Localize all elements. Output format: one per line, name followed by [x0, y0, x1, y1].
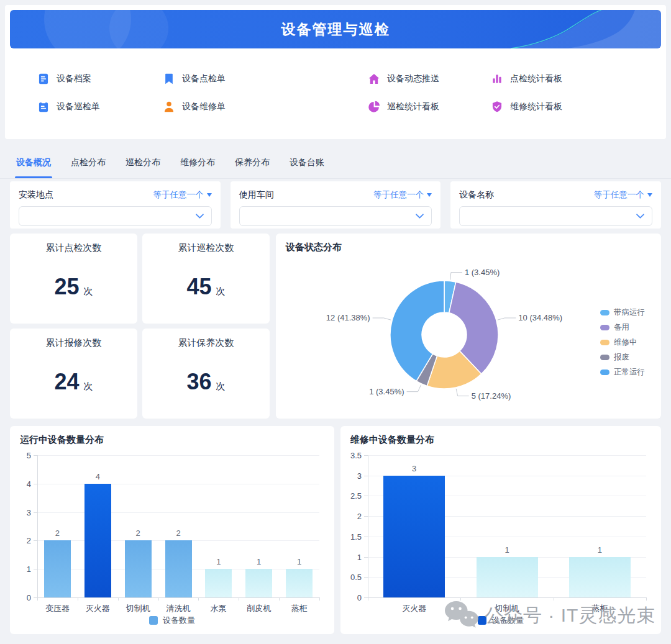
bar-蒸柜[interactable]	[286, 569, 313, 597]
x-axis-label: 灭火器	[86, 603, 110, 614]
bar-清洗机[interactable]	[165, 540, 192, 597]
operator-dropdown[interactable]: 等于任意一个	[594, 189, 652, 201]
bar-变压器[interactable]	[44, 540, 71, 597]
x-axis-tick	[279, 597, 280, 601]
menu-item-spot-check-form[interactable]: 设备点检单	[163, 70, 368, 88]
menu-item-equipment-archive[interactable]: 设备档案	[37, 70, 163, 88]
bar-切制机[interactable]	[125, 540, 152, 597]
bar-legend[interactable]: 设备数量	[10, 615, 334, 626]
menu-item-label: 设备巡检单	[57, 101, 100, 112]
header-section: 设备管理与巡检 设备档案设备点检单设备动态推送点检统计看板设备巡检单设备维修单巡…	[5, 5, 666, 139]
x-axis-label: 切制机	[495, 603, 519, 614]
shield-check-icon	[491, 101, 503, 113]
gridline	[37, 484, 319, 484]
x-axis-tick	[646, 597, 647, 601]
bar-value-label: 2	[55, 528, 60, 538]
header-banner: 设备管理与巡检	[10, 10, 661, 48]
bar-灭火器[interactable]	[84, 484, 111, 597]
legend-item-2[interactable]: 维修中	[600, 337, 645, 348]
pie-label-line	[407, 385, 421, 392]
legend-label: 正常运行	[614, 367, 645, 378]
banner-wave-decoration	[493, 10, 661, 48]
legend-marker	[600, 310, 609, 315]
stat-card-spot-check-total: 累计点检次数 25次	[10, 234, 137, 324]
bar-灭火器[interactable]	[383, 476, 445, 597]
filter-card-equipment-name: 设备名称 等于任意一个	[450, 181, 661, 229]
bar-蒸柜[interactable]	[569, 557, 631, 597]
x-axis-tick	[368, 597, 368, 601]
legend-label: 备用	[614, 322, 629, 333]
stat-number: 36	[186, 371, 211, 393]
gridline	[37, 455, 319, 456]
tab-repair-dist[interactable]: 维修分布	[179, 150, 216, 178]
x-axis-label: 水泵	[211, 603, 227, 614]
workshop-select[interactable]	[239, 206, 432, 226]
legend-item-0[interactable]: 带病运行	[600, 307, 645, 318]
device-status-chart-card: 设备状态分布 1 (3.45%)10 (34.48%)5 (17.24%)1 (…	[276, 234, 661, 419]
pie-slice-label: 5 (17.24%)	[472, 391, 511, 401]
bar-切制机[interactable]	[477, 557, 538, 597]
tab-maintenance-dist[interactable]: 保养分布	[234, 150, 271, 178]
y-axis-label: 0	[27, 593, 31, 602]
menu-item-inspection-form[interactable]: 设备巡检单	[37, 98, 163, 116]
legend-item-1[interactable]: 备用	[600, 322, 645, 333]
repairing-devices-bar-chart: 3.532.521.510.503灭火器1切制机1蒸柜设备数量	[340, 426, 661, 634]
filter-row: 安装地点 等于任意一个 使用车间 等于任意一个 设备名称 等于任意一个	[10, 181, 661, 229]
bar-legend[interactable]: 设备数量	[340, 615, 661, 626]
menu-item-label: 设备维修单	[182, 101, 226, 112]
page-title: 设备管理与巡检	[281, 20, 390, 39]
x-axis-tick	[118, 597, 119, 601]
y-axis-label: 3.5	[350, 451, 362, 460]
repairing-devices-chart-card: 维修中设备数量分布 3.532.521.510.503灭火器1切制机1蒸柜设备数…	[340, 426, 661, 634]
y-axis-label: 2.5	[350, 491, 362, 501]
bar-chart-icon	[491, 73, 503, 85]
legend-item-4[interactable]: 正常运行	[600, 367, 645, 378]
y-axis-label: 2	[357, 512, 362, 521]
stat-card-maintenance-total: 累计保养次数 36次	[142, 329, 270, 419]
menu-item-equipment-news-push[interactable]: 设备动态推送	[368, 70, 491, 88]
tab-spot-check-dist[interactable]: 点检分布	[70, 150, 107, 178]
stat-card-inspection-total: 累计巡检次数 45次	[142, 234, 270, 324]
tab-overview[interactable]: 设备概况	[15, 150, 52, 178]
bookmark-icon	[163, 73, 175, 85]
pie-slice-label: 10 (34.48%)	[518, 313, 562, 322]
bar-value-label: 1	[504, 545, 509, 555]
bar-value-label: 1	[297, 557, 301, 566]
legend-marker	[600, 355, 609, 360]
y-axis-line	[37, 455, 38, 597]
menu-item-label: 设备动态推送	[387, 73, 439, 84]
bar-水泵[interactable]	[205, 569, 232, 597]
x-axis-label: 蒸柜	[291, 603, 308, 614]
stat-card-repair-total: 累计报修次数 24次	[10, 329, 137, 419]
x-axis-tick	[554, 597, 554, 601]
legend-marker	[600, 370, 609, 375]
overview-section: 累计点检次数 25次 累计巡检次数 45次 累计报修次数 24次 累计保养次数 …	[10, 234, 661, 419]
x-axis-label: 切制机	[126, 603, 150, 614]
pie-slice-label: 1 (3.45%)	[369, 387, 404, 396]
x-axis-tick	[78, 597, 78, 601]
x-axis-line	[37, 597, 319, 598]
gridline	[37, 512, 319, 513]
pie-legend: 带病运行备用维修中报废正常运行	[600, 307, 645, 378]
menu-item-label: 点检统计看板	[510, 73, 562, 84]
tab-inspection-dist[interactable]: 巡检分布	[124, 150, 162, 178]
pie-label-line	[373, 318, 391, 320]
x-axis-label: 削皮机	[247, 603, 271, 614]
bar-value-label: 3	[412, 464, 416, 473]
filter-card-workshop: 使用车间 等于任意一个	[231, 181, 441, 229]
menu-item-spot-check-stats-board[interactable]: 点检统计看板	[491, 70, 654, 88]
y-axis-label: 1	[27, 565, 31, 574]
menu-item-repair-form[interactable]: 设备维修单	[163, 98, 368, 116]
operator-dropdown[interactable]: 等于任意一个	[153, 189, 212, 201]
equipment-name-select[interactable]	[459, 206, 652, 226]
install-location-select[interactable]	[19, 206, 212, 226]
menu-item-repair-stats-board[interactable]: 维修统计看板	[491, 98, 654, 116]
menu-item-inspection-stats-board[interactable]: 巡检统计看板	[368, 98, 491, 116]
gridline	[368, 455, 646, 456]
operator-dropdown[interactable]: 等于任意一个	[373, 189, 432, 201]
stats-grid: 累计点检次数 25次 累计巡检次数 45次 累计报修次数 24次 累计保养次数 …	[10, 234, 270, 419]
tab-equipment-ledger[interactable]: 设备台账	[288, 150, 326, 178]
legend-marker	[600, 340, 609, 345]
bar-削皮机[interactable]	[245, 569, 272, 597]
legend-item-3[interactable]: 报废	[600, 352, 645, 363]
